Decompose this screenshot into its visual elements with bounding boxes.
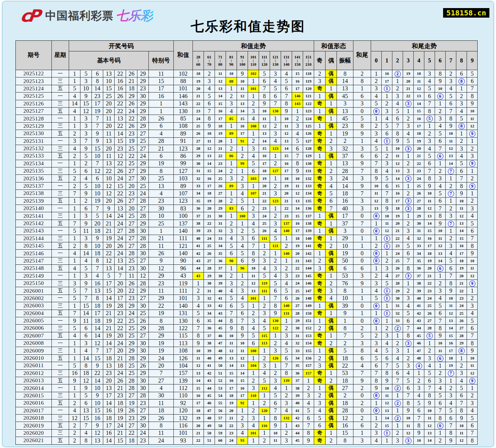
sum-trend-cell: 2: [303, 384, 314, 392]
ball-cell: 22: [126, 287, 137, 295]
odd-cell: 奇: [314, 160, 326, 167]
tail-trend-cell: 2: [435, 437, 446, 444]
odd-cell: 奇: [314, 310, 326, 317]
sum-trend-cell: 8: [270, 302, 281, 310]
tail-trend-cell: 19: [414, 137, 424, 145]
odd-cell: 奇: [314, 340, 326, 347]
sum-trend-cell: 18: [215, 122, 226, 130]
ball-cell: 20: [103, 242, 115, 249]
ball-cell: 7: [80, 295, 92, 302]
tail-trend-cell: 18: [392, 205, 403, 212]
tail-cell: 8: [353, 77, 371, 85]
sum-trend-cell: 8: [226, 317, 237, 324]
sum-trend-cell: 3: [237, 287, 248, 295]
ball-cell: 26: [126, 70, 137, 77]
tail-trend-cell: 9: [424, 400, 435, 407]
ball-cell: 28: [137, 279, 149, 287]
issue-cell: 2026003: [16, 302, 52, 310]
sum-trend-cell: 145: [303, 272, 314, 279]
tail-trend-cell: 11: [467, 115, 478, 122]
sum-trend-cell: 10: [259, 107, 270, 115]
tail-trend-cell: 7: [382, 190, 392, 197]
sum-trend-cell: 60: [215, 437, 226, 444]
sum-trend-cell: 22: [215, 152, 226, 160]
sum-cell: 99: [174, 160, 193, 167]
tail-trend-cell: 12: [467, 122, 478, 130]
sum-trend-cell: 5: [270, 235, 281, 242]
even-cell: 5: [326, 190, 337, 197]
sum-trend-cell: 21: [193, 429, 204, 437]
tail-trend-cell: 9: [371, 384, 382, 392]
tail-cell: 0: [353, 317, 371, 324]
sum-trend-cell: 7: [303, 422, 314, 429]
sum-cell: 143: [174, 100, 193, 107]
tail-trend-cell: 38: [414, 279, 424, 287]
sum-trend-cell: 157: [303, 369, 314, 377]
sum-trend-cell: 1: [259, 242, 270, 249]
tail-trend-cell: 4: [382, 340, 392, 347]
sum-trend-cell: 13: [292, 197, 303, 205]
sum-trend-cell: 1: [281, 257, 292, 264]
tail-trend-cell: 2: [392, 384, 403, 392]
tail-trend-cell: 0: [371, 250, 382, 257]
tail-trend-cell: 14: [382, 414, 392, 422]
ball-cell: 3: [80, 340, 92, 347]
tail-cell: 6: [353, 93, 371, 100]
tail-trend-cell: 11: [382, 392, 392, 399]
sum-trend-cell: 140: [281, 250, 292, 257]
issue-cell: 2025142: [16, 220, 52, 227]
tail-trend-cell: 2: [467, 145, 478, 152]
sum-trend-cell: 93: [237, 437, 248, 444]
sum-trend-cell: 15: [292, 70, 303, 77]
tail-trend-cell: 5: [456, 160, 467, 167]
special-cell: 11: [149, 400, 174, 407]
ball-cell: 3: [80, 272, 92, 279]
ball-cell: 25: [126, 325, 137, 332]
sum-trend-cell: 34: [292, 354, 303, 362]
sum-trend-cell: 16: [292, 220, 303, 227]
special-cell: 17: [149, 85, 174, 92]
ball-cell: 7: [80, 137, 92, 145]
special-cell: 7: [149, 369, 174, 377]
amplitude-cell: 28: [337, 167, 353, 175]
sum-trend-cell: 131: [281, 310, 292, 317]
tail-trend-cell: 10: [456, 197, 467, 205]
ball-cell: 18: [103, 414, 115, 422]
sum-trend-cell: 22: [226, 422, 237, 429]
ball-cell: 3: [80, 212, 92, 220]
sum-trend-cell: 13: [226, 354, 237, 362]
tail-trend-cell: 18: [424, 250, 435, 257]
ball-cell: 28: [126, 377, 137, 384]
sum-trend-cell: 140: [281, 227, 292, 235]
ball-cell: 9: [80, 384, 92, 392]
tail-trend-cell: 5: [446, 407, 456, 414]
odd-cell: 奇: [314, 100, 326, 107]
tail-digit-header: 8: [456, 51, 467, 70]
tail-hit-circle: 3: [405, 438, 411, 444]
sum-trend-cell: 13: [259, 130, 270, 137]
tail-trend-cell: 5: [424, 332, 435, 339]
sum-cell: 91: [174, 137, 193, 145]
tail-trend-cell: 8: [456, 122, 467, 130]
issue-cell: 2025125: [16, 93, 52, 100]
sum-trend-cell: 9: [193, 340, 204, 347]
sum-trend-cell: 3: [248, 317, 259, 324]
sum-trend-cell: 33: [215, 235, 226, 242]
sum-trend-cell: 11: [270, 437, 281, 444]
sum-trend-cell: 9: [237, 332, 248, 339]
sum-trend-cell: 16: [193, 392, 204, 399]
even-cell: 4: [326, 182, 337, 189]
sum-trend-cell: 4: [270, 272, 281, 279]
table-header-group-row: 期号 星期 开奖号码 和值 和值走势 和值形态 和尾 和尾走势: [16, 41, 478, 51]
special-cell: 27: [149, 377, 174, 384]
tail-trend-cell: 7: [392, 377, 403, 384]
tail-trend-cell: 8: [403, 332, 414, 339]
tail-trend-cell: 5: [424, 115, 435, 122]
tail-trend-cell: 48: [414, 354, 424, 362]
tail-trend-cell: 10: [467, 257, 478, 264]
tail-trend-cell: 20: [414, 145, 424, 152]
sum-trend-cell: 36: [292, 369, 303, 377]
sum-trend-cell: 14: [193, 377, 204, 384]
sum-trend-cell: 16: [237, 384, 248, 392]
ball-cell: 19: [103, 302, 115, 310]
